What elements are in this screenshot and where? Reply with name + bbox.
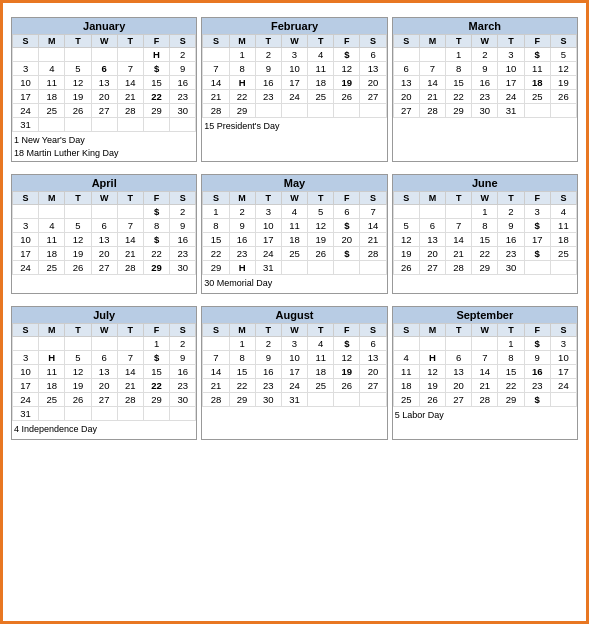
cal-cell: 25 [393, 393, 419, 407]
cal-cell: 26 [334, 90, 360, 104]
cal-cell: 17 [281, 76, 307, 90]
cal-cell: 12 [334, 351, 360, 365]
cal-cell: 30 [170, 104, 196, 118]
cal-cell: $ [524, 247, 550, 261]
cal-cell: 21 [117, 247, 143, 261]
cal-cell: 18 [524, 76, 550, 90]
day-header: T [308, 35, 334, 48]
month-header: July [12, 307, 196, 323]
cal-cell: 17 [13, 90, 39, 104]
day-header: F [143, 192, 169, 205]
cal-cell: 9 [498, 219, 524, 233]
section-gap [11, 298, 578, 302]
cal-cell: 2 [498, 205, 524, 219]
cal-cell [393, 48, 419, 62]
month-notes-empty [393, 275, 577, 293]
cal-cell: 22 [143, 247, 169, 261]
day-header: M [39, 192, 65, 205]
cal-cell [39, 205, 65, 219]
cal-cell [143, 407, 169, 421]
cal-cell [143, 118, 169, 132]
day-header: F [524, 35, 550, 48]
cal-cell: 29 [472, 261, 498, 275]
cal-cell: 7 [419, 62, 445, 76]
cal-cell: 7 [117, 62, 143, 76]
cal-cell: 13 [91, 76, 117, 90]
day-header: T [308, 192, 334, 205]
cal-cell: 11 [550, 219, 576, 233]
cal-cell: 3 [255, 205, 281, 219]
cal-cell: H [419, 351, 445, 365]
month-header: August [202, 307, 386, 323]
cal-cell: 1 [229, 48, 255, 62]
day-header: T [446, 324, 472, 337]
day-header: T [65, 192, 91, 205]
day-header: W [91, 324, 117, 337]
cal-cell: 15 [143, 76, 169, 90]
cal-cell [550, 393, 576, 407]
cal-cell: 17 [498, 76, 524, 90]
cal-cell: 6 [334, 205, 360, 219]
cal-cell: 23 [255, 379, 281, 393]
cal-cell [170, 407, 196, 421]
cal-cell: 8 [498, 351, 524, 365]
cal-cell: 23 [170, 90, 196, 104]
cal-cell: 10 [281, 62, 307, 76]
cal-cell: 4 [308, 337, 334, 351]
cal-cell: 3 [550, 337, 576, 351]
cal-cell: 24 [550, 379, 576, 393]
cal-cell: 25 [524, 90, 550, 104]
month-notes-empty [393, 118, 577, 136]
cal-cell: 26 [65, 393, 91, 407]
cal-cell: 29 [143, 393, 169, 407]
day-header: F [334, 35, 360, 48]
day-header: S [393, 324, 419, 337]
cal-cell: 16 [524, 365, 550, 379]
cal-cell: 18 [393, 379, 419, 393]
cal-cell: 28 [117, 393, 143, 407]
cal-cell: 29 [229, 104, 255, 118]
cal-cell: 27 [393, 104, 419, 118]
day-header: S [393, 35, 419, 48]
cal-cell: 29 [203, 261, 229, 275]
cal-cell: 4 [281, 205, 307, 219]
cal-cell: 6 [91, 62, 117, 76]
day-header: F [143, 324, 169, 337]
day-header: S [203, 35, 229, 48]
cal-cell: 1 [498, 337, 524, 351]
cal-cell: 20 [334, 233, 360, 247]
cal-cell [308, 393, 334, 407]
month-august: AugustSMTWTFS1234$6789101112131415161718… [201, 306, 387, 440]
cal-cell: 11 [281, 219, 307, 233]
cal-cell: 3 [13, 219, 39, 233]
cal-cell: 8 [143, 219, 169, 233]
cal-cell: 15 [143, 365, 169, 379]
day-header: M [419, 192, 445, 205]
cal-cell: $ [143, 233, 169, 247]
cal-cell [39, 48, 65, 62]
cal-cell: 17 [13, 247, 39, 261]
cal-cell: 11 [308, 62, 334, 76]
cal-cell: 9 [255, 351, 281, 365]
cal-cell: 26 [393, 261, 419, 275]
cal-cell: 1 [143, 337, 169, 351]
cal-cell [419, 48, 445, 62]
cal-cell: 25 [39, 261, 65, 275]
month-june: JuneSMTWTFS123456789$1112131415161718192… [392, 174, 578, 294]
cal-table: SMTWTFS123H567$9101112131415161718192021… [12, 323, 196, 421]
cal-cell: 17 [550, 365, 576, 379]
cal-cell: 5 [65, 62, 91, 76]
cal-cell: 14 [472, 365, 498, 379]
cal-cell: 28 [472, 393, 498, 407]
cal-cell: 29 [143, 104, 169, 118]
cal-table: SMTWTFS123456789$11121314151617181920212… [393, 191, 577, 275]
cal-cell: 10 [498, 62, 524, 76]
cal-cell: 29 [498, 393, 524, 407]
month-notes: 15 President's Day [202, 118, 386, 136]
cal-cell [393, 205, 419, 219]
cal-cell: 12 [308, 219, 334, 233]
cal-cell: 7 [117, 351, 143, 365]
day-header: T [255, 324, 281, 337]
cal-cell: 2 [170, 337, 196, 351]
day-header: W [91, 192, 117, 205]
